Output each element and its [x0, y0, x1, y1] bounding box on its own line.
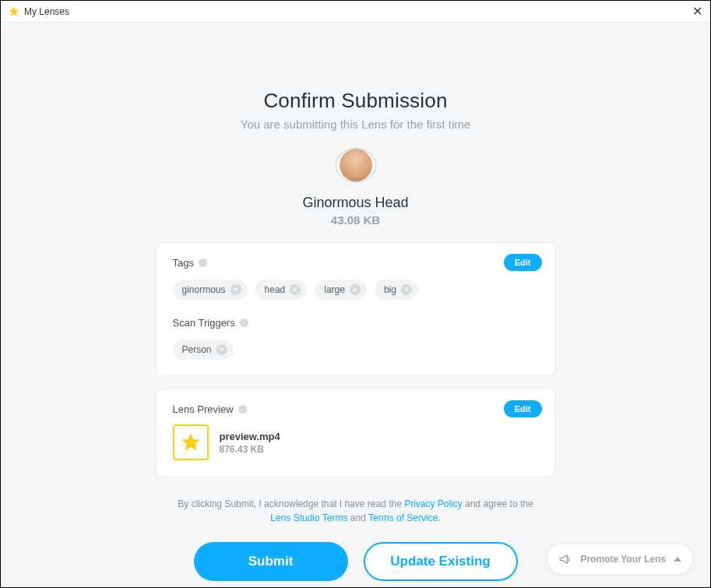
- tag-chip: ginormous ✕: [173, 280, 248, 300]
- tags-card: Edit Tags ginormous ✕ head ✕ large ✕ big…: [157, 242, 555, 376]
- page-subtitle: You are submitting this Lens for the fir…: [241, 118, 470, 131]
- edit-preview-button[interactable]: Edit: [504, 400, 542, 417]
- scan-triggers-row: Person ✕: [173, 340, 539, 360]
- tags-label-text: Tags: [173, 257, 194, 269]
- tag-text: head: [265, 284, 286, 295]
- trigger-chip: Person ✕: [173, 340, 234, 360]
- legal-mid2: and: [347, 512, 368, 523]
- lens-studio-terms-link[interactable]: Lens Studio Terms: [270, 512, 347, 523]
- tag-chip: large ✕: [315, 280, 367, 300]
- edit-tags-button[interactable]: Edit: [504, 254, 542, 271]
- tag-text: big: [384, 284, 396, 295]
- lens-avatar: [336, 148, 376, 182]
- star-icon: [181, 432, 201, 452]
- remove-trigger-icon[interactable]: ✕: [216, 344, 227, 355]
- submit-button[interactable]: Submit: [194, 542, 348, 581]
- legal-suffix: .: [438, 512, 440, 523]
- lens-size: 43.08 KB: [331, 213, 380, 227]
- info-icon[interactable]: [240, 319, 248, 327]
- remove-tag-icon[interactable]: ✕: [290, 284, 301, 295]
- page-title: Confirm Submission: [263, 89, 447, 113]
- svg-marker-1: [182, 434, 199, 450]
- terms-of-service-link[interactable]: Terms of Service: [368, 512, 438, 523]
- tag-text: large: [324, 284, 345, 295]
- promote-label: Promote Your Lens: [580, 554, 666, 565]
- remove-tag-icon[interactable]: ✕: [401, 284, 412, 295]
- svg-marker-0: [9, 7, 19, 16]
- preview-card: Edit Lens Preview preview.mp4 876.43 KB: [157, 389, 555, 477]
- avatar-image: [340, 149, 372, 181]
- tags-row: ginormous ✕ head ✕ large ✕ big ✕: [173, 280, 539, 300]
- remove-tag-icon[interactable]: ✕: [350, 284, 361, 295]
- info-icon[interactable]: [199, 259, 207, 267]
- button-row: Submit Update Existing: [194, 542, 518, 581]
- legal-prefix: By clicking Submit, I acknowledge that I…: [178, 498, 404, 509]
- trigger-text: Person: [182, 344, 212, 355]
- app-icon: [9, 6, 19, 17]
- tags-label: Tags: [173, 257, 539, 269]
- title-bar: My Lenses ✕: [1, 1, 710, 23]
- promote-lens-button[interactable]: Promote Your Lens: [547, 544, 693, 575]
- megaphone-icon: [558, 552, 572, 566]
- preview-filename: preview.mp4: [220, 431, 280, 442]
- chevron-up-icon: [674, 557, 681, 562]
- privacy-policy-link[interactable]: Privacy Policy: [404, 498, 463, 509]
- preview-filesize: 876.43 KB: [220, 444, 280, 455]
- remove-tag-icon[interactable]: ✕: [231, 284, 241, 295]
- close-icon[interactable]: ✕: [692, 5, 702, 18]
- preview-label-text: Lens Preview: [173, 403, 234, 415]
- scan-triggers-label: Scan Triggers: [173, 317, 539, 329]
- tag-chip: head ✕: [255, 280, 308, 300]
- preview-thumbnail[interactable]: [173, 424, 209, 460]
- window-title: My Lenses: [24, 6, 69, 17]
- main-content: Confirm Submission You are submitting th…: [1, 23, 710, 587]
- info-icon[interactable]: [238, 405, 247, 414]
- preview-row: preview.mp4 876.43 KB: [173, 424, 539, 460]
- legal-mid1: and agree to the: [463, 498, 533, 509]
- legal-text: By clicking Submit, I acknowledge that I…: [157, 497, 555, 525]
- update-existing-button[interactable]: Update Existing: [364, 542, 518, 581]
- tag-text: ginormous: [182, 284, 226, 295]
- scan-triggers-label-text: Scan Triggers: [173, 317, 235, 329]
- preview-label: Lens Preview: [173, 403, 539, 415]
- tag-chip: big ✕: [375, 280, 418, 300]
- lens-name: Ginormous Head: [302, 195, 408, 211]
